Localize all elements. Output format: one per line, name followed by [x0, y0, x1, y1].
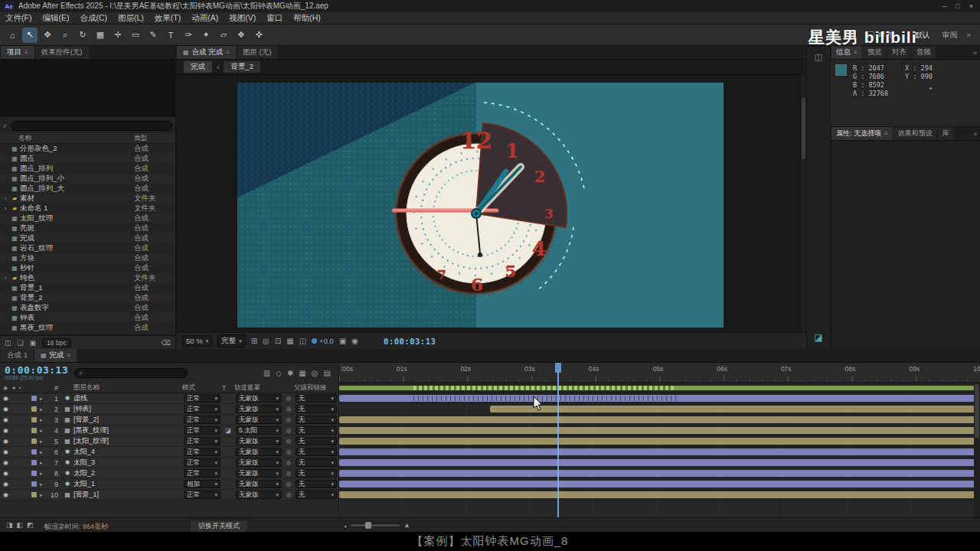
eye-icon[interactable]: ◉ [0, 416, 29, 423]
track-row[interactable] [339, 468, 980, 479]
zoom-tool-icon[interactable]: ⌕ [57, 28, 73, 43]
viewer-scrollbar[interactable] [801, 75, 806, 332]
label-chip-cell[interactable] [29, 448, 40, 456]
layer-row[interactable]: ◉▸6✱太阳_4正常▾无蒙版▾◎无▾ [0, 447, 338, 458]
project-item-row[interactable]: ▦岩石_纹理合成 [0, 243, 175, 253]
layer-row[interactable]: ◉▸10▦[背景_1]正常▾无蒙版▾◎无▾ [0, 490, 338, 500]
home-icon[interactable]: ⌂ [5, 28, 20, 43]
tab-comp-1[interactable]: 合成 1 [1, 349, 34, 362]
region-of-interest-icon[interactable]: ⊡ [275, 337, 281, 345]
timeline-scrollbar[interactable] [974, 383, 980, 517]
mode-select[interactable]: 相加▾ [184, 480, 220, 488]
expand-transfer-icon[interactable]: ◧ [17, 521, 24, 529]
layer-caret-icon[interactable]: ▸ [40, 439, 47, 445]
layer-caret-icon[interactable]: ▸ [40, 492, 47, 498]
mode-select[interactable]: 正常▾ [184, 448, 220, 456]
layer-caret-icon[interactable]: ▸ [40, 471, 47, 477]
menu-item-帮助(H)[interactable]: 帮助(H) [288, 13, 326, 24]
track-row[interactable] [339, 447, 980, 458]
trkmat-select[interactable]: 无蒙版▾ [236, 394, 282, 403]
parent-select[interactable]: 无▾ [296, 416, 337, 424]
project-item-row[interactable]: ▦背景_1合成 [0, 283, 175, 293]
pickwhip-icon[interactable]: ◎ [283, 438, 294, 445]
playhead-handle[interactable] [555, 363, 561, 373]
project-item-row[interactable]: ›▰未命名 1文件夹 [0, 204, 175, 214]
column-trkmat-t[interactable]: T [222, 384, 234, 392]
mask-visibility-icon[interactable]: ◎ [263, 337, 270, 345]
project-item-row[interactable]: ▦分形杂色_2合成 [0, 144, 175, 154]
parent-select[interactable]: 无▾ [296, 426, 337, 435]
pickwhip-icon[interactable]: ◎ [283, 470, 294, 477]
eye-icon[interactable]: ◉ [0, 459, 29, 466]
new-composition-icon[interactable]: ▣ [30, 339, 37, 347]
eye-icon[interactable]: ◉ [0, 470, 29, 477]
delete-icon[interactable]: ⌫ [161, 339, 171, 347]
trkmat-select[interactable]: 无蒙版▾ [236, 416, 282, 424]
project-item-row[interactable]: ▦圆点合成 [0, 154, 175, 164]
project-item-row[interactable]: ▦亮斑合成 [0, 223, 175, 233]
project-item-row[interactable]: ▦背景_2合成 [0, 293, 175, 303]
brush-tool-icon[interactable]: ✑ [181, 28, 196, 43]
label-chip[interactable] [31, 406, 37, 412]
shape-tool-icon[interactable]: ▭ [128, 28, 143, 43]
panel-menu-icon[interactable]: ≡ [67, 352, 71, 359]
tab-libraries[interactable]: 库 [938, 127, 954, 140]
playhead[interactable] [557, 363, 559, 517]
layer-row[interactable]: ◉▸3▦[背景_2]正常▾无蒙版▾◎无▾ [0, 415, 338, 425]
parent-select[interactable]: 无▾ [296, 480, 337, 488]
viewer-timecode[interactable]: 0:00:03:13 [384, 337, 436, 346]
parent-select[interactable]: 无▾ [296, 458, 337, 467]
toggle-switches-button[interactable]: 切换开关模式 [190, 520, 248, 533]
zoom-out-icon[interactable]: ▴ [345, 523, 347, 528]
layer-caret-icon[interactable]: ▸ [40, 460, 47, 466]
label-chip-cell[interactable] [29, 416, 40, 424]
mode-select[interactable]: 正常▾ [184, 426, 220, 435]
clone-stamp-tool-icon[interactable]: ✦ [198, 28, 214, 43]
parent-select[interactable]: 无▾ [296, 469, 337, 478]
workspace-审阅[interactable]: 审阅 [942, 30, 957, 41]
tab-effects-presets[interactable]: 效果和预设 [893, 127, 937, 140]
motion-blur-icon[interactable]: ◎ [312, 369, 318, 377]
label-chip[interactable] [31, 449, 37, 455]
project-item-row[interactable]: ›▰纯色文件夹 [0, 273, 175, 283]
draft-3d-icon[interactable]: ◇ [276, 369, 282, 377]
tab-project[interactable]: 项目 ≡ [1, 46, 34, 59]
layer-row[interactable]: ◉▸2▦[钟表]正常▾无蒙版▾◎无▾ [0, 404, 338, 415]
layer-caret-icon[interactable]: ▸ [40, 481, 47, 487]
tab-effect-controls[interactable]: 效果控件(无) [35, 46, 89, 59]
eye-icon[interactable]: ◉ [0, 406, 29, 412]
track-area[interactable]: :00s01s02s03s04s05s06s07s08s09s10s [339, 363, 980, 517]
layer-duration-bar[interactable] [490, 406, 980, 412]
selection-tool-icon[interactable]: ↖ [22, 28, 38, 43]
pickwhip-icon[interactable]: ◎ [283, 406, 294, 412]
eye-icon[interactable]: ◉ [0, 448, 29, 455]
view-layout-icon[interactable]: ◫ [299, 337, 306, 345]
menu-item-图层(L)[interactable]: 图层(L) [113, 13, 149, 24]
label-chip[interactable] [31, 460, 37, 465]
layer-name[interactable]: 虚线 [74, 393, 182, 403]
layer-name[interactable]: [太阳_纹理] [74, 436, 182, 446]
project-item-row[interactable]: ▦方块合成 [0, 253, 175, 263]
project-item-row[interactable]: ▦钟表合成 [0, 313, 175, 323]
layer-name[interactable]: [钟表] [74, 404, 182, 414]
pickwhip-icon[interactable]: ◎ [283, 416, 294, 423]
trkmat-select[interactable]: 无蒙版▾ [236, 469, 282, 478]
column-parent[interactable]: 父级和链接 [294, 383, 338, 393]
layer-row[interactable]: ◉▸5▦[太阳_纹理]正常▾无蒙版▾◎无▾ [0, 436, 338, 447]
zoom-level-select[interactable]: 50 % ▾ [182, 335, 212, 347]
layer-duration-bar[interactable] [339, 448, 980, 455]
menu-item-视图(V)[interactable]: 视图(V) [224, 13, 261, 24]
zoom-slider-thumb[interactable] [365, 522, 371, 529]
tab-properties[interactable]: 属性: 无选择项 ≡ [831, 127, 893, 140]
layer-duration-bar[interactable] [339, 481, 980, 487]
trkmat-select[interactable]: 无蒙版▾ [236, 437, 282, 445]
layer-duration-bar[interactable] [339, 491, 980, 498]
track-row[interactable] [339, 490, 980, 500]
menu-item-效果(T)[interactable]: 效果(T) [149, 13, 186, 24]
label-chip[interactable] [31, 471, 37, 476]
label-chip-cell[interactable] [29, 395, 40, 403]
trkmat-select[interactable]: 无蒙版▾ [236, 480, 282, 488]
exposure-control[interactable]: +0.0 [312, 337, 334, 345]
mode-select[interactable]: 正常▾ [184, 437, 220, 445]
maximize-button[interactable]: □ [956, 2, 959, 10]
